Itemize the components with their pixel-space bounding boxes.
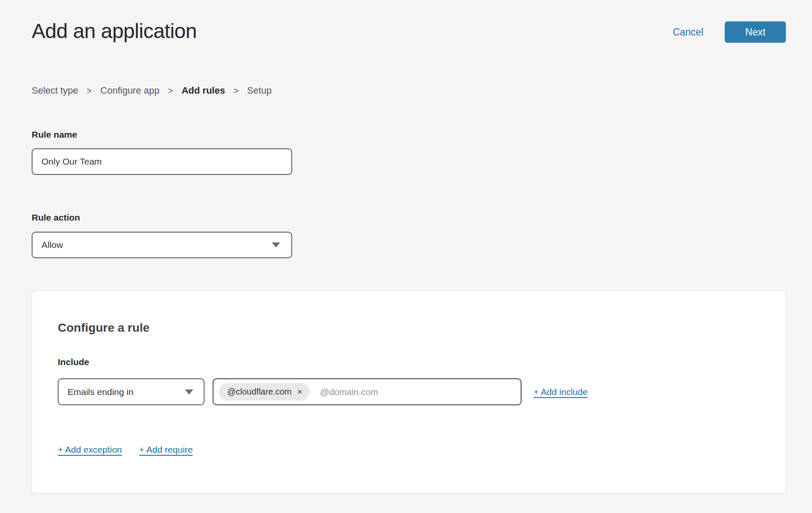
breadcrumb-add-rules[interactable]: Add rules	[181, 85, 225, 96]
chevron-down-icon	[185, 389, 193, 395]
rule-name-input[interactable]	[32, 148, 292, 175]
breadcrumb-separator: >	[87, 86, 92, 96]
add-exception-link[interactable]: + Add exception	[58, 445, 122, 455]
add-require-link[interactable]: + Add require	[139, 445, 193, 455]
rule-action-selected-value: Allow	[41, 240, 63, 250]
breadcrumb-separator: >	[168, 86, 173, 96]
include-type-select[interactable]: Emails ending in	[58, 378, 204, 405]
rule-action-label: Rule action	[32, 212, 786, 223]
chevron-down-icon	[272, 242, 280, 248]
include-type-selected-value: Emails ending in	[68, 387, 133, 397]
domain-entry-input[interactable]	[320, 387, 514, 397]
include-label: Include	[58, 356, 760, 368]
next-button[interactable]: Next	[725, 21, 786, 43]
breadcrumb-select-type[interactable]: Select type	[32, 85, 78, 96]
add-include-link[interactable]: + Add include	[533, 387, 588, 397]
email-domain-tag-label: @cloudflare.com	[227, 387, 291, 397]
include-rule-row: Emails ending in @cloudflare.com ✕ + Add…	[58, 378, 760, 405]
breadcrumb-separator: >	[234, 86, 239, 96]
include-value-input[interactable]: @cloudflare.com ✕	[213, 378, 522, 405]
breadcrumb-setup[interactable]: Setup	[247, 85, 272, 96]
configure-rule-card: Configure a rule Include Emails ending i…	[32, 291, 786, 493]
cancel-button[interactable]: Cancel	[673, 27, 703, 38]
add-application-page: Add an application Cancel Next Select ty…	[0, 0, 812, 513]
email-domain-tag: @cloudflare.com ✕	[219, 383, 310, 401]
header-actions: Cancel Next	[673, 21, 786, 43]
page-title: Add an application	[32, 19, 197, 44]
breadcrumb: Select type > Configure app > Add rules …	[32, 85, 786, 96]
page-header: Add an application Cancel Next	[32, 0, 786, 44]
configure-rule-heading: Configure a rule	[58, 320, 760, 336]
rule-name-label: Rule name	[32, 129, 786, 140]
remove-tag-icon[interactable]: ✕	[297, 389, 302, 395]
breadcrumb-configure-app[interactable]: Configure app	[101, 85, 160, 96]
rule-action-select[interactable]: Allow	[32, 232, 292, 258]
rule-links-row: + Add exception + Add require	[58, 445, 760, 455]
